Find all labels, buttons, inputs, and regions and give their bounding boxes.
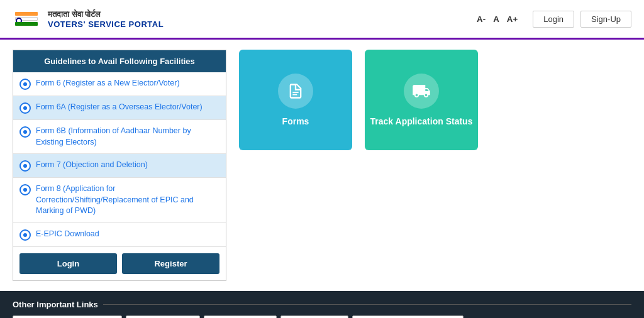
footer-links-row: Links To States/UT CEO'sVoter EducationP… — [13, 315, 631, 319]
forms-card-label: Forms — [282, 116, 309, 126]
footer-link-button[interactable]: Polling Process — [204, 315, 277, 319]
panel-list-item[interactable]: Form 8 (Application for Correction/Shift… — [13, 178, 226, 223]
track-card-icon — [404, 74, 439, 109]
panel-item-label: Form 8 (Application for Correction/Shift… — [36, 184, 219, 217]
header-left: मतदाता सेवा पोर्टल VOTERS' SERVICE PORTA… — [13, 5, 164, 33]
svg-rect-0 — [292, 92, 298, 93]
panel-item-dot-icon — [19, 229, 31, 241]
footer-link-button[interactable]: Complaints & Suggestions — [352, 315, 464, 319]
panel-item-label: Form 6 (Register as a New Elector/Voter) — [36, 78, 180, 89]
panel-buttons: Login Register — [13, 247, 226, 280]
footer: Other Important Links Links To States/UT… — [0, 291, 644, 319]
panel-register-button[interactable]: Register — [122, 253, 219, 274]
logo-text: मतदाता सेवा पोर्टल VOTERS' SERVICE PORTA… — [48, 9, 164, 29]
header-right: A- A A+ Login Sign-Up — [474, 11, 631, 28]
font-increase-button[interactable]: A+ — [504, 13, 520, 25]
footer-links-section: Other Important Links Links To States/UT… — [13, 300, 631, 319]
logo-english-text: VOTERS' SERVICE PORTAL — [48, 19, 164, 29]
track-card[interactable]: Track Application Status — [365, 50, 478, 150]
panel-item-label: Form 6B (Information of Aadhaar Number b… — [36, 126, 219, 148]
footer-link-button[interactable]: EVM Machine — [280, 315, 348, 319]
panel-header: Guidelines to Avail Following Facilities — [13, 50, 226, 72]
left-panel: Guidelines to Avail Following Facilities… — [13, 50, 226, 281]
panel-item-label: Form 7 (Objection and Deletion) — [36, 160, 148, 171]
footer-links-title: Other Important Links — [13, 300, 631, 309]
signup-button[interactable]: Sign-Up — [580, 11, 631, 28]
forms-card[interactable]: Forms — [239, 50, 352, 150]
panel-items-container: Form 6 (Register as a New Elector/Voter)… — [13, 72, 226, 247]
track-card-label: Track Application Status — [370, 116, 473, 126]
footer-link-button[interactable]: Voter Education — [126, 315, 200, 319]
panel-list-item[interactable]: E-EPIC Download — [13, 223, 226, 247]
panel-list-item[interactable]: Form 6 (Register as a New Elector/Voter) — [13, 72, 226, 96]
logo-flag-icon — [13, 5, 40, 33]
panel-list-item[interactable]: Form 7 (Objection and Deletion) — [13, 154, 226, 178]
svg-rect-1 — [292, 94, 297, 96]
footer-link-button[interactable]: Links To States/UT CEO's — [13, 315, 122, 319]
panel-item-dot-icon — [19, 79, 31, 90]
panel-item-dot-icon — [19, 160, 31, 172]
logo-hindi-text: मतदाता सेवा पोर्टल — [48, 9, 164, 19]
panel-item-dot-icon — [19, 126, 31, 138]
font-decrease-button[interactable]: A- — [474, 13, 488, 25]
panel-item-label: Form 6A (Register as a Overseas Elector/… — [36, 102, 203, 113]
main-content: Guidelines to Avail Following Facilities… — [0, 40, 644, 291]
panel-item-label: E-EPIC Download — [36, 229, 99, 240]
font-size-controls: A- A A+ — [474, 13, 520, 25]
truck-icon — [412, 82, 431, 101]
flag-stripe-white — [15, 17, 38, 21]
panel-login-button[interactable]: Login — [19, 253, 117, 274]
right-panel: Forms Track Application Status — [239, 50, 631, 281]
login-button[interactable]: Login — [533, 11, 574, 28]
panel-item-dot-icon — [19, 184, 31, 195]
flag-stripe-saffron — [15, 12, 38, 16]
forms-card-icon — [278, 74, 313, 109]
flag-stripe-green — [15, 22, 38, 26]
panel-item-dot-icon — [19, 102, 31, 114]
font-normal-button[interactable]: A — [491, 13, 502, 25]
panel-list-item[interactable]: Form 6B (Information of Aadhaar Number b… — [13, 120, 226, 154]
document-icon — [287, 82, 304, 100]
header: मतदाता सेवा पोर्टल VOTERS' SERVICE PORTA… — [0, 0, 644, 40]
panel-list-item[interactable]: Form 6A (Register as a Overseas Elector/… — [13, 96, 226, 120]
